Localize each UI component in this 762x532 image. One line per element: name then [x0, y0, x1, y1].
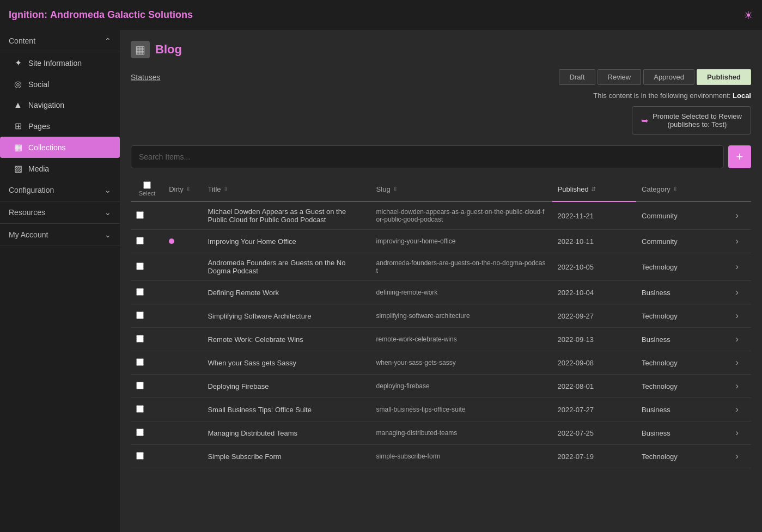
resources-label: Resources: [9, 208, 45, 217]
row-title-cell: Improving Your Home Office: [202, 230, 370, 253]
row-dirty-cell: [163, 201, 202, 230]
row-checkbox[interactable]: [136, 429, 144, 436]
row-chevron-button[interactable]: ›: [733, 357, 742, 369]
row-checkbox[interactable]: [136, 452, 144, 460]
table-row: Michael Dowden Appears as a Guest on the…: [131, 201, 751, 230]
row-chevron-button[interactable]: ›: [733, 210, 742, 222]
row-chevron-button[interactable]: ›: [733, 380, 742, 392]
row-action-cell: ›: [727, 351, 751, 375]
slug-sort-icon[interactable]: ⇳: [393, 186, 398, 193]
row-checkbox[interactable]: [136, 288, 144, 296]
th-slug: Slug ⇳: [371, 177, 552, 201]
status-tab-draft[interactable]: Draft: [559, 69, 595, 85]
table-row: Deploying Firebase deploying-firebase 20…: [131, 375, 751, 398]
row-action-cell: ›: [727, 281, 751, 304]
category-label: Category: [642, 185, 670, 193]
row-checkbox[interactable]: [136, 335, 144, 343]
status-tab-approved[interactable]: Approved: [643, 69, 694, 85]
row-chevron-button[interactable]: ›: [733, 261, 742, 273]
row-published-cell: 2022-07-27: [552, 398, 637, 421]
row-checkbox[interactable]: [136, 382, 144, 389]
sun-icon[interactable]: ☀: [743, 9, 753, 22]
sidebar-item-navigation[interactable]: ▲ Navigation: [0, 95, 120, 115]
row-checkbox[interactable]: [136, 311, 144, 319]
row-title-cell: Defining Remote Work: [202, 281, 370, 304]
my-account-collapse-icon: ⌄: [105, 230, 111, 239]
row-category-cell: Community: [636, 230, 727, 253]
row-action-cell: ›: [727, 253, 751, 281]
row-action-cell: ›: [727, 230, 751, 253]
row-category-cell: Technology: [636, 351, 727, 375]
row-slug-cell: michael-dowden-appears-as-a-guest-on-the…: [371, 201, 552, 230]
published-sort-icon[interactable]: ⇵: [591, 186, 596, 193]
row-checkbox[interactable]: [136, 358, 144, 366]
row-action-cell: ›: [727, 398, 751, 421]
statuses-label[interactable]: Statuses: [131, 73, 160, 82]
select-all-checkbox[interactable]: [143, 181, 151, 189]
table-body: Michael Dowden Appears as a Guest on the…: [131, 201, 751, 468]
sidebar-item-site-information[interactable]: ✦ Site Information: [0, 52, 120, 74]
content-section-header[interactable]: Content ⌃: [0, 30, 120, 52]
add-button[interactable]: +: [728, 145, 751, 168]
row-checkbox[interactable]: [136, 237, 144, 244]
row-checkbox[interactable]: [136, 405, 144, 413]
row-slug-cell: remote-work-celebrate-wins: [371, 328, 552, 351]
row-action-cell: ›: [727, 201, 751, 230]
promote-btn-text: Promote Selected to Review (publishes to…: [653, 112, 742, 129]
env-info: This content is in the following environ…: [131, 91, 751, 100]
row-title-cell: Andromeda Founders are Guests on the No …: [202, 253, 370, 281]
resources-section-header[interactable]: Resources ⌄: [0, 201, 120, 224]
sidebar-item-pages[interactable]: ⊞ Pages: [0, 115, 120, 137]
dirty-sort-icon[interactable]: ⇳: [186, 186, 191, 193]
category-sort-icon[interactable]: ⇳: [673, 186, 678, 193]
promote-icon: ➥: [641, 115, 648, 126]
row-chevron-button[interactable]: ›: [733, 450, 742, 462]
app-title-name: Andromeda Galactic Solutions: [50, 9, 193, 20]
row-chevron-button[interactable]: ›: [733, 427, 742, 439]
status-tab-published[interactable]: Published: [697, 69, 751, 85]
content-section: Content ⌃ ✦ Site Information◎ Social▲ Na…: [0, 30, 120, 179]
table-row: Managing Distributed Teams managing-dist…: [131, 421, 751, 445]
row-dirty-cell: [163, 281, 202, 304]
configuration-collapse-icon: ⌄: [105, 186, 111, 194]
status-tab-review[interactable]: Review: [598, 69, 642, 85]
row-published-cell: 2022-10-04: [552, 281, 637, 304]
row-published-cell: 2022-09-27: [552, 304, 637, 328]
row-chevron-button[interactable]: ›: [733, 403, 742, 415]
blog-table: Select Dirty ⇳ Title ⇳: [131, 177, 751, 468]
configuration-section-header[interactable]: Configuration ⌄: [0, 179, 120, 201]
search-input[interactable]: [131, 145, 724, 168]
sidebar-item-media[interactable]: ▨ Media: [0, 158, 120, 179]
sidebar-social-label: Social: [28, 80, 49, 89]
row-select-cell: [131, 201, 163, 230]
table-row: Andromeda Founders are Guests on the No …: [131, 253, 751, 281]
env-value: Local: [733, 91, 751, 100]
promote-button[interactable]: ➥ Promote Selected to Review (publishes …: [632, 106, 751, 134]
main-layout: Content ⌃ ✦ Site Information◎ Social▲ Na…: [0, 30, 762, 532]
row-chevron-button[interactable]: ›: [733, 333, 742, 345]
row-category-cell: Business: [636, 421, 727, 445]
row-slug-cell: improving-your-home-office: [371, 230, 552, 253]
row-chevron-button[interactable]: ›: [733, 235, 742, 247]
row-checkbox[interactable]: [136, 262, 144, 270]
my-account-section-header[interactable]: My Account ⌄: [0, 224, 120, 246]
row-chevron-button[interactable]: ›: [733, 310, 742, 322]
th-action: [727, 177, 751, 201]
sidebar-item-collections[interactable]: ▦ Collections: [0, 137, 120, 158]
row-published-cell: 2022-09-13: [552, 328, 637, 351]
row-action-cell: ›: [727, 421, 751, 445]
row-chevron-button[interactable]: ›: [733, 286, 742, 298]
blog-collection-icon: ▦: [131, 41, 150, 58]
th-dirty: Dirty ⇳: [163, 177, 202, 201]
row-select-cell: [131, 328, 163, 351]
page-title: Blog: [155, 42, 182, 57]
sidebar-item-social[interactable]: ◎ Social: [0, 74, 120, 95]
row-published-cell: 2022-11-21: [552, 201, 637, 230]
row-select-cell: [131, 398, 163, 421]
sidebar-items: ✦ Site Information◎ Social▲ Navigation⊞ …: [0, 52, 120, 158]
resources-collapse-icon: ⌄: [105, 208, 111, 217]
title-sort-icon[interactable]: ⇳: [223, 186, 228, 193]
row-select-cell: [131, 253, 163, 281]
row-slug-cell: managing-distributed-teams: [371, 421, 552, 445]
row-checkbox[interactable]: [136, 211, 144, 219]
